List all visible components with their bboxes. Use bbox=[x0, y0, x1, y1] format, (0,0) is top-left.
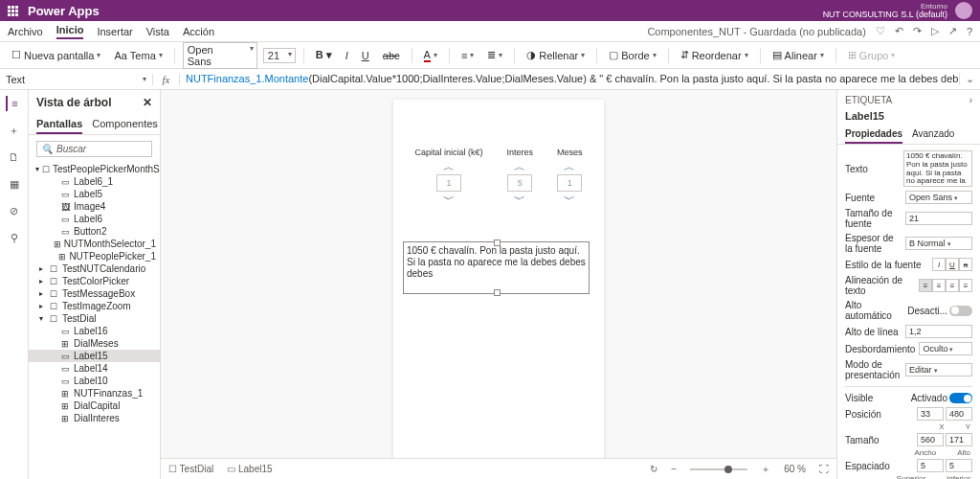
tab-propiedades[interactable]: Propiedades bbox=[845, 125, 902, 144]
theme-button[interactable]: Aa Tema bbox=[110, 48, 166, 63]
prop-lineheight-input[interactable]: 1,2 bbox=[905, 325, 972, 338]
tree-node[interactable]: ▸☐TestMessageBox bbox=[29, 287, 160, 300]
publish-icon[interactable]: ↗ bbox=[948, 25, 957, 37]
strike-button[interactable]: abc bbox=[379, 48, 404, 63]
align-obj-button[interactable]: ▤ Alinear bbox=[768, 47, 828, 63]
undo-icon[interactable]: ↶ bbox=[895, 25, 903, 37]
stepper-down-icon[interactable]: ﹀ bbox=[557, 194, 583, 205]
expand-formula-icon[interactable]: ⌄ bbox=[959, 73, 980, 85]
align-text-button[interactable]: ≡ bbox=[457, 48, 478, 63]
app-checker-icon[interactable]: ♡ bbox=[876, 25, 885, 37]
prop-text-input[interactable]: 1050 € chavalín. Pon la pasta justo aquí… bbox=[903, 150, 972, 187]
stepper-up-icon[interactable]: ︿ bbox=[414, 161, 482, 172]
design-canvas[interactable]: Capital inicial (k€)︿1﹀Interes︿5﹀Meses︿1… bbox=[393, 100, 604, 458]
tree-search[interactable]: 🔍 Buscar bbox=[36, 141, 152, 157]
fontsize-select[interactable]: 21 bbox=[263, 48, 296, 63]
font-select[interactable]: Open Sans bbox=[183, 42, 257, 69]
menu-vista[interactable]: Vista bbox=[146, 26, 169, 37]
tree-node[interactable]: ⊞NUTFinanzas_1 bbox=[29, 387, 160, 399]
tree-node[interactable]: ▸☐TestImageZoom bbox=[29, 300, 160, 312]
tree-node[interactable]: ▭Label6_1 bbox=[29, 175, 160, 188]
props-collapse-icon[interactable]: › bbox=[969, 95, 972, 105]
orientation-icon[interactable]: ↻ bbox=[650, 464, 657, 474]
tree-close-icon[interactable]: ✕ bbox=[143, 96, 152, 109]
prop-displaymode-select[interactable]: Editar bbox=[905, 363, 972, 376]
avatar[interactable] bbox=[955, 2, 972, 19]
formula-input[interactable]: NUTFinanzas_1.Montante(DialCapital.Value… bbox=[180, 73, 959, 85]
tree-node[interactable]: ⊞NUTPeoplePicker_1 bbox=[29, 250, 160, 262]
prop-font-select[interactable]: Open Sans bbox=[905, 191, 972, 204]
menu-archivo[interactable]: Archivo bbox=[8, 26, 43, 37]
status-screen[interactable]: ☐ TestDial bbox=[168, 464, 213, 474]
fit-icon[interactable]: ⛶ bbox=[819, 464, 829, 474]
tree-node[interactable]: ▸☐TestColorPicker bbox=[29, 275, 160, 287]
stepper-down-icon[interactable]: ﹀ bbox=[506, 194, 533, 205]
prop-x-input[interactable]: 33 bbox=[917, 407, 944, 421]
menu-accion[interactable]: Acción bbox=[183, 26, 214, 37]
stepper-down-icon[interactable]: ﹀ bbox=[414, 194, 482, 205]
tree-node[interactable]: ▭Label5 bbox=[29, 188, 160, 200]
prop-visible-toggle[interactable] bbox=[949, 393, 972, 403]
tab-componentes[interactable]: Componentes bbox=[92, 115, 158, 134]
tree-node[interactable]: ⊞DialCapital bbox=[29, 399, 160, 412]
app-launcher-icon[interactable] bbox=[8, 6, 18, 16]
prop-autoheight-toggle[interactable] bbox=[949, 306, 972, 316]
prop-overflow-select[interactable]: Oculto bbox=[919, 342, 972, 355]
rail-data-icon[interactable]: 🗋 bbox=[7, 149, 22, 165]
tree-node[interactable]: ⊞NUTMonthSelector_1 bbox=[29, 238, 160, 250]
tree-node[interactable]: ▸☐TestNUTCalendario bbox=[29, 262, 160, 275]
valign-button[interactable]: ≣ bbox=[483, 47, 506, 63]
rail-advanced-icon[interactable]: ⚲ bbox=[7, 230, 22, 245]
label15-control[interactable]: 1050 € chavalín. Pon la pasta justo aquí… bbox=[403, 241, 590, 294]
tree-node[interactable]: ▭Label10 bbox=[29, 375, 160, 387]
tree-node[interactable]: 🖼Image4 bbox=[29, 200, 160, 213]
border-button[interactable]: ▢ Borde bbox=[605, 47, 659, 63]
redo-icon[interactable]: ↷ bbox=[913, 25, 922, 37]
prop-w-input[interactable]: 560 bbox=[917, 433, 944, 446]
environment-picker[interactable]: Entorno NUT CONSULTING S.L (default) bbox=[823, 3, 947, 19]
tree-node[interactable]: ▭Label15 bbox=[29, 350, 160, 362]
rail-insert-icon[interactable]: ＋ bbox=[7, 123, 22, 138]
stepper-value[interactable]: 5 bbox=[507, 174, 532, 192]
stepper-up-icon[interactable]: ︿ bbox=[506, 161, 533, 172]
stepper-value[interactable]: 1 bbox=[557, 174, 582, 192]
tab-pantallas[interactable]: Pantallas bbox=[36, 115, 82, 134]
stepper-up-icon[interactable]: ︿ bbox=[557, 161, 583, 172]
menu-insertar[interactable]: Insertar bbox=[97, 26, 132, 37]
stepper-value[interactable]: 1 bbox=[436, 174, 461, 192]
tree-node[interactable]: ⊞DialMeses bbox=[29, 337, 160, 350]
tab-avanzado[interactable]: Avanzado bbox=[912, 125, 954, 144]
tree-node[interactable]: ▾☐TestDial bbox=[29, 312, 160, 325]
new-screen-button[interactable]: ☐ Nueva pantalla bbox=[8, 47, 104, 63]
rail-media-icon[interactable]: ▦ bbox=[7, 176, 22, 192]
reorder-button[interactable]: ⇵ Reordenar bbox=[677, 47, 752, 63]
tree-node[interactable]: ▭Label6 bbox=[29, 213, 160, 225]
italic-button[interactable]: I bbox=[342, 48, 352, 63]
tree-node[interactable]: ▭Label14 bbox=[29, 362, 160, 375]
bold-button[interactable]: B ▾ bbox=[312, 47, 336, 63]
help-icon[interactable]: ? bbox=[967, 26, 972, 37]
prop-fontstyle-group[interactable]: IUa bbox=[932, 258, 972, 271]
rail-tree-icon[interactable]: ≡ bbox=[6, 96, 21, 111]
status-element[interactable]: ▭ Label15 bbox=[227, 464, 272, 474]
prop-h-input[interactable]: 171 bbox=[946, 433, 972, 446]
zoom-out-icon[interactable]: − bbox=[671, 464, 677, 474]
prop-y-input[interactable]: 480 bbox=[946, 407, 972, 421]
tree-node[interactable]: ▾☐TestPeoplePickerMonthSelector bbox=[29, 163, 160, 175]
fill-button[interactable]: ◑ Rellenar bbox=[523, 47, 589, 63]
prop-weight-select[interactable]: B Normal bbox=[905, 237, 972, 250]
tree-node[interactable]: ▭Label16 bbox=[29, 325, 160, 337]
prop-pb-input[interactable]: 5 bbox=[946, 459, 972, 472]
prop-pt-input[interactable]: 5 bbox=[917, 459, 944, 472]
prop-textalign-group[interactable]: ≡≡≡≡ bbox=[919, 279, 972, 292]
group-button[interactable]: ⊞ Grupo bbox=[844, 47, 900, 63]
fontcolor-button[interactable]: A bbox=[420, 47, 441, 64]
prop-fontsize-input[interactable]: 21 bbox=[905, 212, 972, 225]
property-select[interactable]: Text bbox=[0, 74, 153, 85]
menu-inicio[interactable]: Inicio bbox=[56, 24, 84, 39]
play-icon[interactable]: ▷ bbox=[931, 25, 939, 37]
zoom-in-icon[interactable]: ＋ bbox=[761, 463, 770, 476]
tree-node[interactable]: ⊞DialInteres bbox=[29, 412, 160, 424]
tree-node[interactable]: ▭Button2 bbox=[29, 225, 160, 238]
rail-variables-icon[interactable]: ⊘ bbox=[7, 203, 22, 218]
